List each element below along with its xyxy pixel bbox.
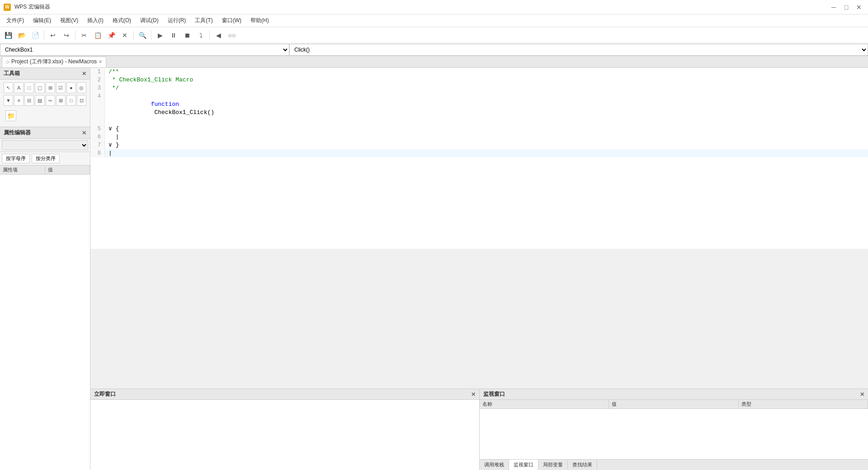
menu-item-d[interactable]: 调试(D) bbox=[136, 15, 163, 26]
toolbar-break-btn[interactable]: ⏸ bbox=[167, 29, 180, 42]
line-num-5: 5 bbox=[90, 125, 105, 133]
watch-tab-callstack[interactable]: 调用堆栈 bbox=[480, 460, 509, 470]
keyword-function: function bbox=[151, 101, 179, 108]
tool-combo[interactable]: ⊞ bbox=[46, 82, 55, 93]
toolbar-undo-btn[interactable]: ↩ bbox=[47, 29, 59, 42]
line-content-5: ∨ { bbox=[105, 125, 868, 133]
toolbox-close-btn[interactable]: ✕ bbox=[82, 71, 86, 77]
tool-checkbox[interactable]: ☑ bbox=[56, 82, 66, 93]
prop-sort-cat-btn[interactable]: 按分类序 bbox=[32, 154, 60, 163]
watch-title: 监视窗口 bbox=[483, 390, 505, 398]
proc-selector[interactable]: Click() bbox=[289, 44, 868, 56]
line-content-3: */ bbox=[105, 84, 868, 92]
prop-object-select[interactable] bbox=[2, 140, 88, 150]
toolbar-sep1 bbox=[44, 31, 44, 40]
code-line-5: 5 ∨ { bbox=[90, 125, 868, 133]
toolbar-find-btn[interactable]: 🔍 bbox=[136, 29, 149, 42]
prop-close-btn[interactable]: ✕ bbox=[82, 130, 86, 136]
menu-item-v[interactable]: 视图(V) bbox=[56, 15, 83, 26]
line-content-1: /** bbox=[105, 68, 868, 76]
line-num-2: 2 bbox=[90, 76, 105, 84]
menu-item-f[interactable]: 文件(F) bbox=[2, 15, 28, 26]
toolbar-delete-btn[interactable]: ✕ bbox=[118, 29, 131, 42]
prop-col-value: 值 bbox=[45, 166, 90, 174]
tool-radio[interactable]: ● bbox=[66, 82, 76, 93]
watch-panel: 监视窗口 ✕ 名称 值 类型 调用堆栈 监视窗口 局部变量 查找结果 bbox=[480, 389, 868, 470]
tool-frame[interactable]: □ bbox=[24, 82, 34, 93]
watch-tab-find[interactable]: 查找结果 bbox=[568, 460, 597, 470]
menu-item-t[interactable]: 工具(T) bbox=[190, 15, 217, 26]
menu-item-h[interactable]: 帮助(H) bbox=[246, 15, 274, 26]
line-num-8: 8 bbox=[90, 149, 105, 157]
toolbar-extra2-btn[interactable]: ○○ bbox=[226, 29, 238, 42]
menu-item-i[interactable]: 插入(I) bbox=[83, 15, 108, 26]
tool-pointer[interactable]: ↖ bbox=[4, 82, 13, 93]
watch-tab-locals[interactable]: 局部变量 bbox=[538, 460, 568, 470]
code-editor[interactable]: 1 /** 2 * CheckBox1_Click Macro 3 */ 4 bbox=[90, 68, 868, 389]
toolbar-sep4 bbox=[151, 31, 151, 40]
watch-tab-watch[interactable]: 监视窗口 bbox=[509, 460, 538, 470]
tool-listbox[interactable]: ▼ bbox=[4, 95, 13, 106]
toolbar-reset-btn[interactable]: ⏹ bbox=[181, 29, 193, 42]
toolbar-step-btn[interactable]: ⤵ bbox=[194, 29, 207, 42]
watch-content[interactable] bbox=[480, 409, 868, 459]
prop-dropdown-row bbox=[0, 139, 90, 152]
maximize-button[interactable]: □ bbox=[841, 3, 852, 12]
tab-close-btn[interactable]: ✕ bbox=[99, 59, 102, 64]
toolbar-paste-btn[interactable]: 📌 bbox=[105, 29, 118, 42]
prop-sort-alpha-btn[interactable]: 按字母序 bbox=[2, 154, 30, 163]
watch-col-type: 类型 bbox=[739, 400, 868, 408]
immediate-panel: 立即窗口 ✕ bbox=[90, 389, 480, 470]
prop-panel: 属性编辑器 ✕ 按字母序 按分类序 属性项 值 bbox=[0, 127, 90, 470]
new-folder-btn[interactable]: 📁 bbox=[5, 110, 16, 121]
immediate-content[interactable] bbox=[90, 400, 479, 470]
tool-spinner[interactable]: ⊟ bbox=[24, 95, 34, 106]
prop-col-name: 属性项 bbox=[0, 166, 45, 174]
tool-label[interactable]: A bbox=[14, 82, 24, 93]
tool-textbox[interactable]: ▢ bbox=[35, 82, 44, 93]
toolbar-save-btn[interactable]: 💾 bbox=[2, 29, 14, 42]
toolbar-run-btn[interactable]: ▶ bbox=[154, 29, 166, 42]
code-lines: 1 /** 2 * CheckBox1_Click Macro 3 */ 4 bbox=[90, 68, 868, 249]
editor-container: 1 /** 2 * CheckBox1_Click Macro 3 */ 4 bbox=[90, 68, 868, 470]
toolbar-cut-btn[interactable]: ✂ bbox=[78, 29, 90, 42]
left-panel: 工具箱 ✕ ↖ A □ ▢ ⊞ ☑ ● ◎ ▼ ≡ ⊟ ▤ ═ ⊞ □ bbox=[0, 68, 90, 470]
minimize-button[interactable]: ─ bbox=[828, 3, 839, 12]
menu-item-r[interactable]: 运行(R) bbox=[163, 15, 191, 26]
tool-img[interactable]: □ bbox=[66, 95, 76, 106]
code-line-6: 6 | bbox=[90, 133, 868, 141]
tool-scrollbar[interactable]: ≡ bbox=[14, 95, 24, 106]
tab-newmacros[interactable]: ◇ Project (工作簿3.xlsx) - NewMacros ✕ bbox=[2, 57, 106, 67]
toolbox-row1: ↖ A □ ▢ ⊞ ☑ ● ◎ bbox=[2, 81, 88, 94]
app-icon: W bbox=[4, 4, 11, 11]
prop-title: 属性编辑器 bbox=[4, 129, 31, 137]
tool-extra[interactable]: ⊡ bbox=[77, 95, 86, 106]
toolbar-saveas-btn[interactable]: 📄 bbox=[29, 29, 42, 42]
watch-close-btn[interactable]: ✕ bbox=[860, 391, 864, 398]
menu-item-o[interactable]: 格式(O) bbox=[108, 15, 136, 26]
title-bar: W WPS 宏编辑器 ─ □ ✕ bbox=[0, 0, 868, 14]
close-button[interactable]: ✕ bbox=[854, 3, 864, 12]
menu-item-e[interactable]: 编辑(E) bbox=[28, 15, 56, 26]
code-line-3: 3 */ bbox=[90, 84, 868, 92]
tool-radio2[interactable]: ◎ bbox=[77, 82, 86, 93]
toolbar-open-btn[interactable]: 📂 bbox=[15, 29, 28, 42]
prop-table-content bbox=[0, 175, 90, 470]
prop-header: 属性编辑器 ✕ bbox=[0, 127, 90, 139]
toolbar-copy-btn[interactable]: 📋 bbox=[91, 29, 104, 42]
menu-item-w[interactable]: 窗口(W) bbox=[217, 15, 246, 26]
line-num-3: 3 bbox=[90, 84, 105, 92]
tab-label: Project (工作簿3.xlsx) - NewMacros bbox=[11, 58, 97, 66]
immediate-close-btn[interactable]: ✕ bbox=[471, 391, 476, 398]
toolbar-redo-btn[interactable]: ↪ bbox=[60, 29, 73, 42]
tool-grid[interactable]: ⊞ bbox=[56, 95, 66, 106]
code-line-4: 4 function CheckBox1_Click() bbox=[90, 92, 868, 125]
object-selector[interactable]: CheckBox1 bbox=[0, 44, 289, 56]
toolbox-title: 工具箱 bbox=[4, 70, 20, 77]
toolbar-sep3 bbox=[133, 31, 134, 40]
tool-multipage[interactable]: ▤ bbox=[35, 95, 44, 106]
toolbar-extra1-btn[interactable]: ◀ bbox=[212, 29, 225, 42]
toolbox-row2: ▼ ≡ ⊟ ▤ ═ ⊞ □ ⊡ bbox=[2, 94, 88, 107]
tool-tabstrip[interactable]: ═ bbox=[46, 95, 55, 106]
watch-header: 监视窗口 ✕ bbox=[480, 389, 868, 400]
